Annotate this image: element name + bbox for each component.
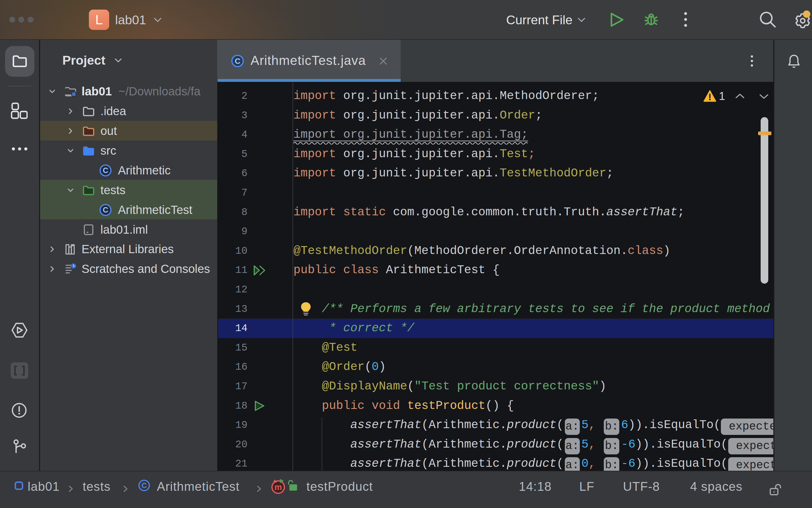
svg-text:C: C bbox=[103, 206, 108, 214]
svg-text:m: m bbox=[274, 482, 282, 492]
svg-text:C: C bbox=[142, 481, 147, 490]
svg-text:C: C bbox=[103, 166, 108, 175]
svg-text:C: C bbox=[235, 57, 240, 66]
